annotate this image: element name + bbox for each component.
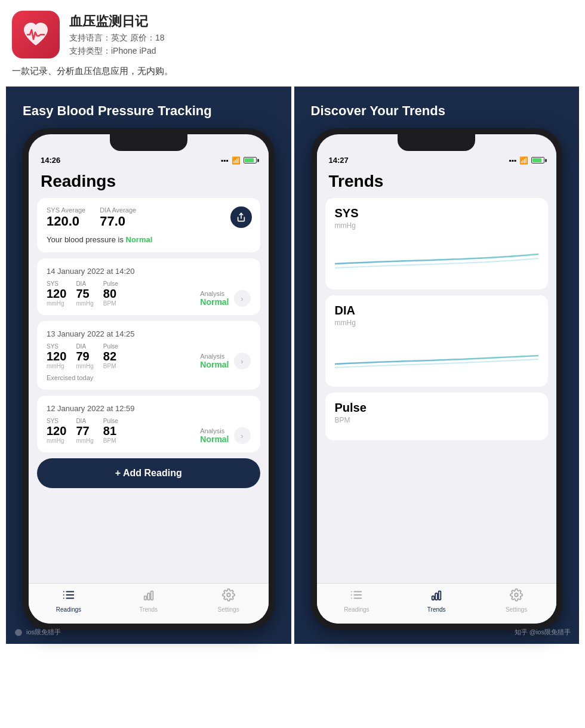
nav-readings[interactable]: Readings: [29, 588, 109, 613]
bottom-nav-right: Readings Trends: [317, 583, 557, 624]
readings-nav-icon: [62, 588, 75, 604]
app-info: 血压监测日记 支持语言：英文 原价：18 支持类型：iPhone iPad: [69, 13, 164, 57]
screenshots-section: Easy Blood Pressure Tracking 14:26 ▪▪▪ 📶: [0, 87, 585, 644]
app-title: 血压监测日记: [69, 13, 164, 30]
reading-stats-2: SYS 120 mmHg DIA 77 mmHg Pulse: [47, 418, 251, 444]
wifi-icon-right: 📶: [519, 156, 528, 165]
pulse-stat-2: Pulse 81 BPM: [103, 418, 118, 444]
reading-stats-0: SYS 120 mmHg DIA 75 mmHg Pulse: [47, 280, 251, 307]
sys-trend-label: SYS: [335, 206, 539, 220]
analysis-col-0: Analysis Normal ›: [200, 290, 250, 307]
settings-nav-icon-right: [510, 588, 523, 604]
sys-trend-unit: mmHg: [335, 221, 539, 230]
pulse-stat-0: Pulse 80 BPM: [103, 280, 118, 307]
sys-stat-1: SYS 120 mmHg: [47, 343, 66, 369]
reading-card-0: 14 January 2022 at 14:20 SYS 120 mmHg DI…: [37, 258, 260, 315]
svg-rect-7: [144, 596, 146, 600]
watermark-left: ios限免猎手: [14, 628, 61, 637]
left-phone-inner: 14:26 ▪▪▪ 📶 Readings: [29, 134, 269, 624]
reading-date-1: 13 January 2022 at 14:25: [47, 329, 251, 338]
right-screenshot-panel: Discover Your Trends 14:27 ▪▪▪ 📶: [294, 87, 580, 644]
dia-chart: [335, 334, 539, 376]
reading-date-2: 12 January 2022 at 12:59: [47, 404, 251, 413]
readings-nav-icon-right: [350, 588, 363, 604]
right-phone-inner: 14:27 ▪▪▪ 📶 Trends: [317, 134, 557, 624]
svg-rect-8: [147, 593, 150, 600]
status-time-left: 14:26: [41, 156, 60, 165]
phone-notch-right: [398, 134, 475, 151]
app-meta1: 支持语言：英文 原价：18: [69, 33, 164, 44]
phone-notch-left: [110, 134, 187, 151]
watermark-right: 知乎 @ios限免猎手: [515, 628, 571, 637]
signal-icon-right: ▪▪▪: [509, 156, 516, 165]
dia-stat-2: DIA 77 mmHg: [76, 418, 93, 444]
svg-point-11: [15, 629, 22, 636]
average-card: SYS Average 120.0 DIA Average 77.0: [37, 198, 260, 252]
dia-avg-label: DIA Average: [100, 206, 136, 214]
app-header: 血压监测日记 支持语言：英文 原价：18 支持类型：iPhone iPad: [0, 0, 585, 66]
sys-chart: [335, 237, 539, 279]
dia-trend-unit: mmHg: [335, 319, 539, 327]
sys-stat-2: SYS 120 mmHg: [47, 418, 66, 444]
dia-stat-0: DIA 75 mmHg: [76, 280, 93, 307]
nav-trends-label-left: Trends: [139, 606, 158, 613]
status-time-right: 14:27: [329, 156, 349, 165]
status-bar-right: 14:27 ▪▪▪ 📶: [317, 151, 557, 167]
bp-status-normal: Normal: [126, 235, 153, 244]
left-screenshot-panel: Easy Blood Pressure Tracking 14:26 ▪▪▪ 📶: [6, 87, 291, 644]
app-meta2: 支持类型：iPhone iPad: [69, 46, 164, 57]
svg-rect-19: [435, 593, 438, 600]
status-icons-left: ▪▪▪ 📶: [221, 156, 257, 165]
svg-rect-18: [432, 596, 435, 600]
nav-readings-label: Readings: [56, 606, 81, 613]
pulse-trend-unit: BPM: [335, 416, 539, 424]
battery-icon-right: [531, 157, 544, 164]
share-button[interactable]: [230, 206, 252, 228]
sys-stat-0: SYS 120 mmHg: [47, 280, 66, 307]
svg-rect-9: [150, 591, 153, 600]
nav-settings-left[interactable]: Settings: [189, 588, 269, 613]
nav-readings-label-right: Readings: [344, 606, 369, 613]
app-icon: [12, 11, 60, 58]
trends-title: Trends: [329, 172, 545, 191]
chevron-2[interactable]: ›: [234, 427, 251, 444]
left-phone-frame: 14:26 ▪▪▪ 📶 Readings: [23, 128, 275, 630]
chevron-1[interactable]: ›: [234, 353, 251, 369]
trends-screen: Trends SYS mmHg: [317, 167, 557, 482]
bp-status-text: Your blood pressure is: [47, 235, 126, 244]
add-reading-button[interactable]: + Add Reading: [37, 458, 260, 488]
trends-nav-icon-right: [430, 588, 443, 604]
nav-trends-label-right: Trends: [427, 606, 446, 613]
readings-screen: Readings SYS Average 120.0 DIA Average 7…: [29, 167, 269, 530]
nav-readings-right[interactable]: Readings: [317, 588, 397, 613]
analysis-col-1: Analysis Normal ›: [200, 353, 250, 369]
battery-icon-left: [244, 157, 257, 164]
dia-trend-card: DIA mmHg: [325, 295, 549, 387]
wifi-icon: 📶: [232, 156, 241, 165]
status-icons-right: ▪▪▪ 📶: [509, 156, 544, 165]
pulse-trend-card: Pulse BPM: [325, 393, 549, 440]
reading-card-2: 12 January 2022 at 12:59 SYS 120 mmHg DI…: [37, 396, 260, 452]
bp-status: Your blood pressure is Normal: [47, 235, 251, 244]
nav-settings-label-right: Settings: [506, 606, 527, 613]
reading-stats-1: SYS 120 mmHg DIA 79 mmHg Pulse: [47, 343, 251, 369]
avg-row: SYS Average 120.0 DIA Average 77.0: [47, 206, 251, 229]
nav-trends-right[interactable]: Trends: [396, 588, 476, 613]
reading-date-0: 14 January 2022 at 14:20: [47, 267, 251, 276]
dia-avg-item: DIA Average 77.0: [100, 206, 136, 229]
dia-trend-label: DIA: [335, 304, 539, 317]
svg-point-21: [515, 593, 518, 597]
analysis-col-2: Analysis Normal ›: [200, 427, 250, 444]
right-phone-frame: 14:27 ▪▪▪ 📶 Trends: [311, 128, 563, 630]
nav-settings-right[interactable]: Settings: [476, 588, 556, 613]
pulse-trend-label: Pulse: [335, 401, 539, 415]
nav-trends-left[interactable]: Trends: [109, 588, 189, 613]
chevron-0[interactable]: ›: [234, 290, 251, 307]
right-panel-title: Discover Your Trends: [311, 103, 563, 119]
sys-avg-label: SYS Average: [47, 206, 85, 214]
settings-nav-icon-left: [222, 588, 235, 604]
status-bar-left: 14:26 ▪▪▪ 📶: [29, 151, 269, 167]
svg-point-10: [227, 593, 230, 597]
readings-title: Readings: [41, 172, 257, 191]
dia-avg-value: 77.0: [100, 214, 136, 229]
